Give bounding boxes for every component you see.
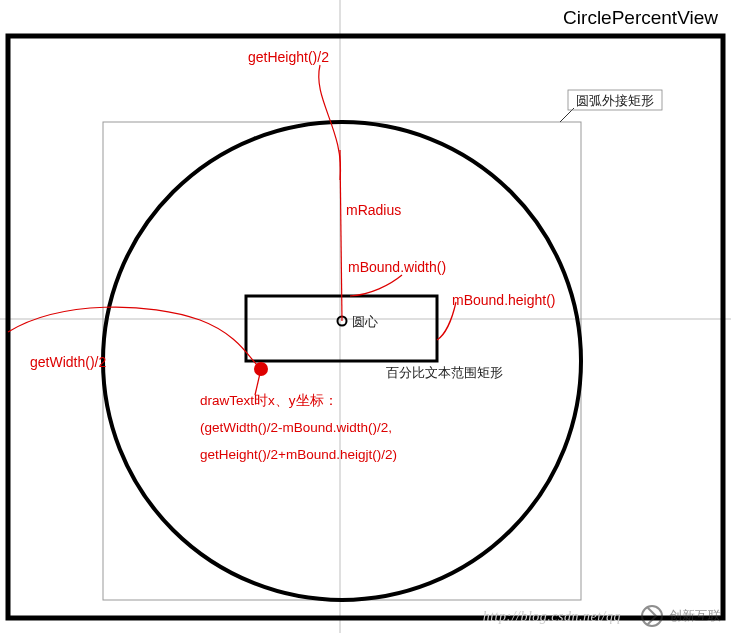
label-center: 圆心 (352, 314, 378, 329)
watermark-brand: 创新互联 (669, 607, 721, 625)
watermark: 创新互联 (641, 605, 721, 627)
watermark-url: http://blog.csdn.net/qq (483, 609, 621, 625)
label-getheight-half: getHeight()/2 (248, 49, 329, 65)
label-getwidth-half: getWidth()/2 (30, 354, 106, 370)
label-drawtext-1: drawText时x、y坐标： (200, 393, 338, 408)
label-mbound-width: mBound.width() (348, 259, 446, 275)
leader-bound-width (350, 275, 402, 296)
watermark-logo-icon (641, 605, 663, 627)
label-mbound-height: mBound.height() (452, 292, 556, 308)
diagram-canvas: CirclePercentView 圆弧外接矩形 getHeight()/2 m… (0, 0, 731, 633)
arc-bounding-rect-label: 圆弧外接矩形 (576, 93, 654, 108)
label-drawtext-2: (getWidth()/2-mBound.width()/2, (200, 420, 392, 435)
label-mradius: mRadius (346, 202, 401, 218)
label-percent-text-rect: 百分比文本范围矩形 (386, 365, 503, 380)
title-text: CirclePercentView (563, 7, 718, 28)
label-drawtext-3: getHeight()/2+mBound.heigjt()/2) (200, 447, 397, 462)
